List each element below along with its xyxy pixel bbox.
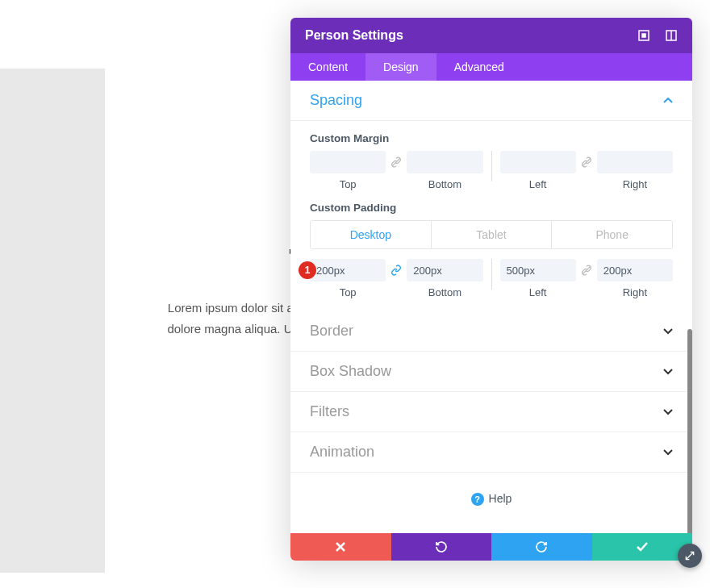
section-box-shadow-header[interactable]: Box Shadow [290, 352, 692, 392]
padding-bottom-label: Bottom [428, 286, 461, 298]
tab-content[interactable]: Content [290, 53, 365, 81]
tab-design[interactable]: Design [365, 53, 436, 81]
main-tabs: Content Design Advanced [290, 53, 692, 81]
section-border-header[interactable]: Border [290, 311, 692, 352]
device-tab-desktop[interactable]: Desktop [311, 221, 432, 248]
section-border-title: Border [310, 323, 353, 340]
snap-icon[interactable] [665, 29, 678, 42]
padding-top-input[interactable] [310, 259, 386, 281]
margin-bottom-input[interactable] [407, 151, 482, 173]
padding-left-label: Left [529, 286, 547, 298]
scrollbar[interactable] [687, 329, 692, 533]
section-filters-title: Filters [310, 403, 349, 420]
padding-bottom-input[interactable] [407, 259, 482, 281]
section-spacing-title: Spacing [310, 92, 362, 109]
tab-advanced[interactable]: Advanced [436, 53, 522, 81]
divider [491, 151, 492, 181]
section-box-shadow-title: Box Shadow [310, 363, 391, 380]
panel-body: Spacing Custom Margin Top Bottom Left Ri… [290, 81, 692, 533]
padding-inputs: Top Bottom Left Right [310, 259, 673, 298]
chevron-down-icon [663, 326, 673, 337]
margin-bottom-label: Bottom [428, 178, 461, 190]
custom-margin-label: Custom Margin [310, 132, 673, 144]
link-icon[interactable] [389, 259, 403, 281]
help-label: Help [489, 492, 512, 505]
redo-button[interactable] [491, 533, 592, 561]
link-icon[interactable] [579, 151, 594, 173]
settings-panel: Person Settings Content Design Advanced … [290, 18, 692, 561]
margin-top-input[interactable] [310, 151, 386, 173]
panel-header: Person Settings [290, 18, 692, 53]
expand-icon[interactable] [637, 29, 650, 42]
margin-top-label: Top [340, 178, 357, 190]
padding-right-input[interactable] [597, 259, 673, 281]
step-marker-1: 1 [299, 261, 316, 279]
resize-fab[interactable] [678, 544, 702, 568]
divider [491, 259, 492, 290]
cancel-button[interactable] [290, 533, 391, 561]
svg-line-9 [686, 552, 693, 559]
panel-footer [290, 533, 692, 561]
section-animation-header[interactable]: Animation [290, 432, 692, 473]
margin-inputs: Top Bottom Left Right [310, 151, 673, 190]
padding-left-input[interactable] [500, 259, 576, 281]
spacing-body: Custom Margin Top Bottom Left Right Cust… [290, 132, 692, 311]
link-icon[interactable] [579, 259, 594, 281]
padding-top-label: Top [340, 286, 357, 298]
margin-right-label: Right [623, 178, 647, 190]
chevron-up-icon [663, 95, 673, 106]
svg-rect-1 [642, 34, 645, 37]
chevron-down-icon [663, 447, 673, 458]
padding-right-label: Right [623, 286, 647, 298]
section-filters-header[interactable]: Filters [290, 392, 692, 432]
undo-button[interactable] [391, 533, 492, 561]
help-icon: ? [471, 493, 484, 506]
margin-right-input[interactable] [597, 151, 673, 173]
custom-padding-label: Custom Padding [310, 202, 673, 214]
section-spacing-header[interactable]: Spacing [290, 81, 692, 121]
chevron-down-icon [663, 407, 673, 418]
device-tab-tablet[interactable]: Tablet [432, 221, 553, 248]
device-tabs: Desktop Tablet Phone [310, 220, 673, 249]
margin-left-input[interactable] [500, 151, 576, 173]
header-icons [637, 29, 678, 42]
section-animation-title: Animation [310, 444, 374, 461]
panel-title: Person Settings [305, 28, 403, 43]
page-background-block [0, 69, 105, 573]
link-icon[interactable] [389, 151, 403, 173]
margin-left-label: Left [529, 178, 547, 190]
device-tab-phone[interactable]: Phone [552, 221, 672, 248]
chevron-down-icon [663, 366, 673, 377]
help-row[interactable]: ?Help [290, 473, 692, 525]
